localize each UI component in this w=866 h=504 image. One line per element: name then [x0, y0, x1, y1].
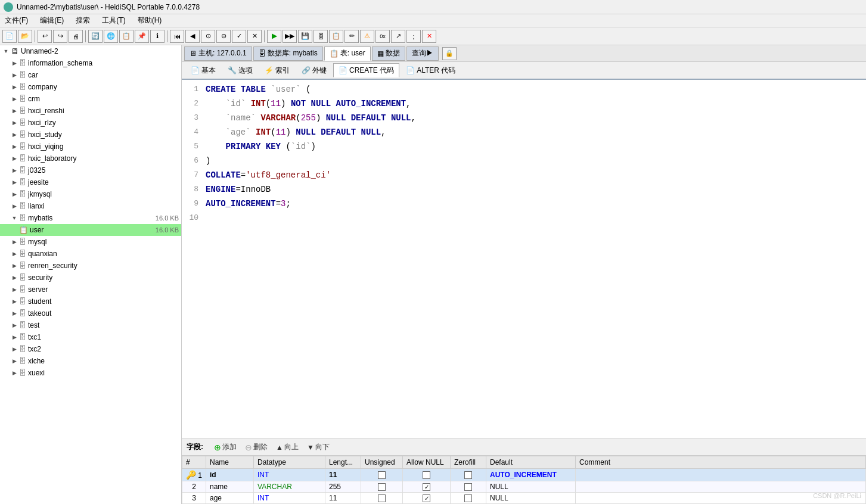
row2-type[interactable]: VARCHAR — [254, 481, 325, 493]
list-item[interactable]: ▶🗄renren_security — [0, 260, 181, 272]
tb-hex[interactable]: 0x — [375, 30, 390, 43]
list-item[interactable]: ▶🗄student — [0, 295, 181, 307]
list-item[interactable]: ▶🗄jeesite — [0, 176, 181, 188]
list-item[interactable]: 📋user16.0 KB — [0, 224, 181, 236]
list-item[interactable]: ▶🗄hxic_laboratory — [0, 153, 181, 164]
row3-unsigned[interactable] — [361, 493, 403, 504]
row2-default[interactable]: NULL — [486, 481, 576, 493]
row1-unsigned[interactable] — [361, 469, 403, 481]
menu-file[interactable]: 文件(F) — [2, 15, 30, 26]
tb-prev[interactable]: ◀ — [185, 30, 200, 43]
tb-close[interactable]: ✕ — [422, 30, 436, 43]
sub-tab-alter-code[interactable]: 📄 ALTER 代码 — [401, 63, 461, 77]
add-field-btn[interactable]: ⊕ 添加 — [212, 441, 239, 453]
tb-arrow[interactable]: ↗ — [391, 30, 405, 43]
row1-allownull[interactable] — [403, 469, 451, 481]
row1-length[interactable]: 11 — [325, 469, 361, 481]
list-item[interactable]: ▶🗄jkmysql — [0, 188, 181, 200]
tb-cancel[interactable]: ✕ — [247, 30, 262, 43]
menu-tools[interactable]: 工具(T) — [100, 15, 128, 26]
tab-table[interactable]: 📋 表: user — [324, 46, 371, 61]
row3-allownull[interactable] — [403, 493, 451, 504]
list-item[interactable]: ▶🗄test — [0, 319, 181, 331]
list-item[interactable]: ▶🗄hxci_study — [0, 129, 181, 141]
tab-host[interactable]: 🖥 主机: 127.0.0.1 — [184, 46, 252, 61]
row1-zerofill[interactable] — [451, 469, 486, 481]
row3-allownull-checkbox[interactable] — [423, 494, 430, 502]
list-item[interactable]: ▶🗄txc2 — [0, 343, 181, 355]
row1-type[interactable]: INT — [254, 469, 325, 481]
tab-extra-btn[interactable]: 🔒 — [442, 47, 457, 60]
list-item[interactable]: ▶🗄j0325 — [0, 164, 181, 176]
table-row[interactable]: 2 name VARCHAR 255 NULL — [182, 481, 866, 493]
tb-check[interactable]: ✓ — [232, 30, 246, 43]
tb-paste[interactable]: 📌 — [135, 30, 149, 43]
row1-name[interactable]: id — [206, 469, 254, 481]
tb-redo[interactable]: ↪ — [53, 30, 67, 43]
row2-name[interactable]: name — [206, 481, 254, 493]
row1-comment[interactable] — [576, 469, 866, 481]
tb-first[interactable]: ⏮ — [170, 30, 184, 43]
tb-semi[interactable]: ; — [406, 30, 421, 43]
list-item[interactable]: ▶🗄lianxi — [0, 200, 181, 212]
tb-info[interactable]: ℹ — [150, 30, 164, 43]
list-item[interactable]: ▶🗄hxci_rlzy — [0, 117, 181, 129]
row3-zerofill[interactable] — [451, 493, 486, 504]
tb-stop[interactable]: ⊖ — [216, 30, 231, 43]
row2-zerofill[interactable] — [451, 481, 486, 493]
tb-print[interactable]: 🖨 — [69, 30, 83, 43]
list-item[interactable]: ▶🗄information_schema — [0, 57, 181, 69]
tb-copy[interactable]: 📋 — [119, 30, 134, 43]
list-item[interactable]: ▶🗄security — [0, 272, 181, 284]
sub-tab-options[interactable]: 🔧 选项 — [222, 63, 258, 77]
row3-name[interactable]: age — [206, 493, 254, 504]
tb-table[interactable]: 📋 — [329, 30, 343, 43]
row2-comment[interactable] — [576, 481, 866, 493]
list-item[interactable]: ▶🗄crm — [0, 93, 181, 105]
tb-connect[interactable]: 🌐 — [104, 30, 118, 43]
list-item[interactable]: ▶🗄hxci_renshi — [0, 105, 181, 117]
row1-zerofill-checkbox[interactable] — [464, 471, 472, 479]
row3-type[interactable]: INT — [254, 493, 325, 504]
sub-tab-fk[interactable]: 🔗 外键 — [296, 63, 332, 77]
sub-tab-create-code[interactable]: 📄 CREATE 代码 — [333, 63, 399, 77]
sidebar-root[interactable]: ▼ 🖥 Unnamed-2 — [0, 45, 181, 57]
tb-warn[interactable]: ⚠ — [360, 30, 374, 43]
row2-unsigned-checkbox[interactable] — [378, 483, 386, 491]
table-row[interactable]: 3 age INT 11 NULL — [182, 493, 866, 504]
list-item[interactable]: ▶🗄xiche — [0, 355, 181, 367]
tb-db[interactable]: 🗄 — [314, 30, 328, 43]
del-field-btn[interactable]: ⊖ 删除 — [243, 441, 270, 453]
row3-zerofill-checkbox[interactable] — [464, 494, 472, 502]
sub-tab-basic[interactable]: 📄 基本 — [185, 63, 221, 77]
row3-unsigned-checkbox[interactable] — [378, 494, 386, 502]
tb-run2[interactable]: ▶▶ — [283, 30, 297, 43]
tb-refresh[interactable]: 🔄 — [88, 30, 103, 43]
tb-save[interactable]: 💾 — [298, 30, 312, 43]
row2-allownull-checkbox[interactable] — [423, 483, 430, 491]
up-field-btn[interactable]: ▲ 向上 — [274, 441, 301, 453]
row3-length[interactable]: 11 — [325, 493, 361, 504]
tb-undo[interactable]: ↩ — [38, 30, 52, 43]
tab-database[interactable]: 🗄 数据库: mybatis — [253, 46, 323, 61]
row2-allownull[interactable] — [403, 481, 451, 493]
row3-default[interactable]: NULL — [486, 493, 576, 504]
list-item[interactable]: ▶🗄takeout — [0, 307, 181, 319]
list-item[interactable]: ▼🗄mybatis16.0 KB — [0, 212, 181, 224]
list-item[interactable]: ▶🗄xuexi — [0, 367, 181, 379]
list-item[interactable]: ▶🗄company — [0, 81, 181, 93]
code-area[interactable]: 1 CREATE TABLE `user` ( 2 `id` INT(11) N… — [182, 80, 866, 438]
row1-unsigned-checkbox[interactable] — [378, 471, 386, 479]
list-item[interactable]: ▶🗄hxci_yiqing — [0, 141, 181, 153]
list-item[interactable]: ▶🗄txc1 — [0, 331, 181, 343]
row2-length[interactable]: 255 — [325, 481, 361, 493]
table-row[interactable]: 🔑 1 id INT 11 AUTO_INCREMENT — [182, 469, 866, 481]
row1-default[interactable]: AUTO_INCREMENT — [486, 469, 576, 481]
sub-tab-indexes[interactable]: ⚡ 索引 — [259, 63, 295, 77]
tb-new[interactable]: 📄 — [2, 30, 17, 43]
row2-zerofill-checkbox[interactable] — [464, 483, 472, 491]
list-item[interactable]: ▶🗄server — [0, 284, 181, 295]
list-item[interactable]: ▶🗄mysql — [0, 236, 181, 248]
down-field-btn[interactable]: ▼ 向下 — [305, 441, 332, 453]
tb-next-pg[interactable]: ⊙ — [201, 30, 215, 43]
